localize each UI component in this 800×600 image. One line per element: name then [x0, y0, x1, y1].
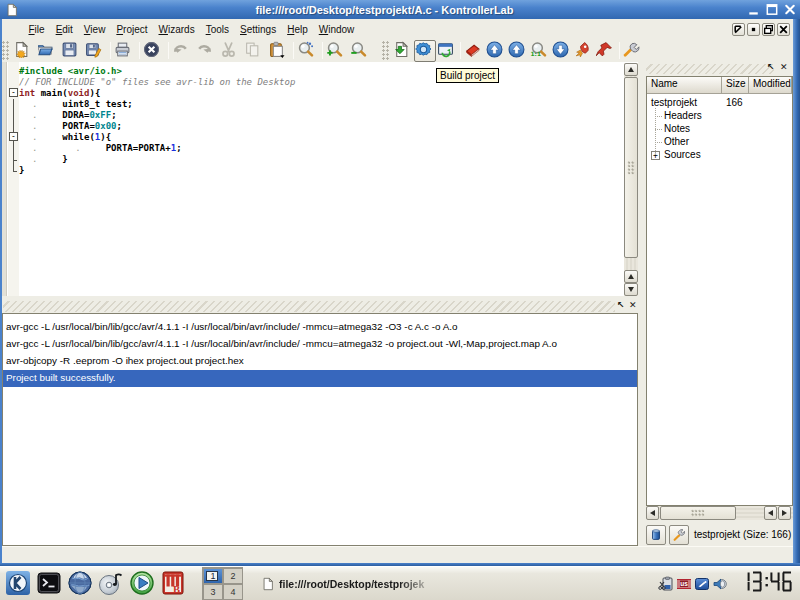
editor-vscroll-thumb[interactable]	[624, 77, 638, 258]
taskbar-window-button[interactable]: file:///root/Desktop/testprojek	[261, 577, 451, 591]
compiler-output-list[interactable]: avr-gcc -L /usr/local/bin/lib/gcc/avr/4.…	[2, 313, 638, 546]
tree-column-size[interactable]: Size	[722, 77, 749, 93]
save-button[interactable]	[60, 40, 84, 62]
memory-button[interactable]	[646, 525, 666, 545]
close-button[interactable]	[782, 2, 798, 17]
scroll-down-button[interactable]	[624, 283, 638, 296]
download-button[interactable]	[551, 40, 573, 62]
snapshot-tray-icon[interactable]	[694, 576, 710, 592]
globe-launcher[interactable]	[67, 570, 95, 598]
build-button[interactable]	[414, 40, 436, 62]
print-button[interactable]	[113, 40, 137, 62]
taskbar: B 1234 file:///root/Desktop/testprojek u…	[0, 566, 800, 600]
upload-button[interactable]	[485, 40, 507, 62]
pin-icon	[596, 41, 616, 61]
undo-button[interactable]	[171, 40, 195, 62]
redo-button[interactable]	[195, 40, 219, 62]
cut-icon	[220, 41, 242, 61]
output-dock-header[interactable]	[3, 301, 615, 312]
upload-all-button[interactable]	[507, 40, 529, 62]
verify-button[interactable]: 1:1	[529, 40, 551, 62]
project-dock-close-icon[interactable]: ✕	[780, 63, 788, 72]
maximize-button[interactable]	[764, 2, 780, 17]
tree-scroll-left-button-2[interactable]	[764, 506, 777, 520]
fold-marker-collapse[interactable]: -	[9, 132, 18, 141]
pager-desktop-1[interactable]: 1	[203, 568, 223, 584]
keyboard-us-tray-icon[interactable]: us	[676, 576, 692, 592]
menu-file[interactable]: File	[25, 22, 49, 37]
project-dock-header[interactable]	[646, 64, 774, 74]
tree-scroll-left-button[interactable]	[646, 506, 659, 520]
save-as-button[interactable]	[84, 40, 108, 62]
fold-marker-collapse[interactable]: -	[9, 88, 18, 97]
output-dock-close-icon[interactable]: ✕	[629, 301, 637, 310]
tree-scroll-right-button[interactable]	[778, 506, 791, 520]
media-play-launcher[interactable]	[129, 570, 157, 598]
output-dock-undock-icon[interactable]: ↖	[617, 301, 625, 310]
tree-item-other[interactable]: Other	[664, 136, 689, 147]
menu-view[interactable]: View	[80, 22, 110, 37]
menu-wizards[interactable]: Wizards	[155, 22, 199, 37]
paste-button[interactable]	[267, 40, 291, 62]
erase-button[interactable]	[463, 40, 485, 62]
kontrollerlab-launcher[interactable]: B	[160, 570, 188, 598]
toolbar-handle[interactable]	[2, 41, 10, 60]
scroll-up-button-2[interactable]	[624, 270, 638, 283]
ignite-button[interactable]	[573, 40, 595, 62]
cd-player-launcher[interactable]	[98, 570, 126, 598]
taskbar-clock[interactable]	[740, 570, 792, 598]
project-dock-undock-icon[interactable]: ↖	[767, 63, 775, 72]
project-settings-button[interactable]	[669, 525, 689, 545]
pager-desktop-3[interactable]: 3	[203, 584, 223, 600]
scroll-up-button[interactable]	[624, 63, 638, 76]
menu-tools[interactable]: Tools	[202, 22, 233, 37]
zoom-in-button[interactable]	[325, 40, 349, 62]
tree-item-headers[interactable]: Headers	[664, 110, 702, 121]
code-text[interactable]: #include <avr/io.h>// FOR INCLUDE "o" fi…	[19, 66, 295, 176]
speaker-tray-icon[interactable]	[712, 576, 728, 592]
konsole-launcher[interactable]	[36, 570, 64, 598]
minimize-button[interactable]	[746, 2, 762, 17]
menu-window[interactable]: Window	[315, 22, 359, 37]
output-line-selected[interactable]: Project built successfully.	[3, 370, 637, 387]
tree-column-modified[interactable]: Modified	[749, 77, 792, 93]
rebuild-button[interactable]	[436, 40, 458, 62]
menu-edit[interactable]: Edit	[52, 22, 77, 37]
output-line[interactable]: avr-gcc -L /usr/local/bin/lib/gcc/avr/4.…	[3, 336, 637, 353]
mdi-minimize-dot-button[interactable]	[747, 23, 760, 36]
tree-hscroll-thumb[interactable]	[660, 506, 736, 520]
menu-project[interactable]: Project	[112, 22, 151, 37]
mdi-undock-button[interactable]	[732, 23, 745, 36]
zoom-out-button[interactable]	[349, 40, 373, 62]
editor-folding-column[interactable]	[8, 62, 19, 296]
tree-item-sources[interactable]: Sources	[664, 149, 701, 160]
desktop-pager[interactable]: 1234	[202, 567, 243, 600]
cut-button[interactable]	[219, 40, 243, 62]
tree-item-testprojekt[interactable]: testprojekt	[651, 97, 697, 108]
kmenu-launcher[interactable]	[5, 570, 33, 598]
new-file-button[interactable]	[12, 40, 36, 62]
output-line[interactable]: avr-gcc -L /usr/local/bin/lib/gcc/avr/4.…	[3, 319, 637, 336]
compile-button[interactable]	[392, 40, 414, 62]
stop-button[interactable]	[142, 40, 166, 62]
project-tree[interactable]: NameSizeModified testprojekt166HeadersNo…	[646, 76, 793, 506]
menu-help[interactable]: Help	[283, 22, 312, 37]
pin-button[interactable]	[595, 40, 617, 62]
mdi-restore-button[interactable]	[762, 23, 775, 36]
pager-desktop-4[interactable]: 4	[223, 584, 243, 600]
titlebar[interactable]: file:///root/Desktop/testprojekt/A.c - K…	[0, 0, 800, 19]
menu-settings[interactable]: Settings	[236, 22, 280, 37]
mdi-close-x-button[interactable]	[777, 23, 790, 36]
configure-button[interactable]	[622, 40, 644, 62]
toolbar-handle-2[interactable]	[382, 41, 390, 60]
output-line[interactable]: avr-objcopy -R .eeprom -O ihex project.o…	[3, 353, 637, 370]
open-folder-button[interactable]	[36, 40, 60, 62]
klipper-tray-icon[interactable]	[658, 576, 674, 592]
copy-button[interactable]	[243, 40, 267, 62]
pager-desktop-2[interactable]: 2	[223, 568, 243, 584]
tree-column-name[interactable]: Name	[647, 77, 722, 93]
configure-icon	[623, 41, 643, 61]
tree-item-notes[interactable]: Notes	[664, 123, 690, 134]
code-editor[interactable]: #include <avr/io.h>// FOR INCLUDE "o" fi…	[2, 62, 638, 296]
find-button[interactable]	[296, 40, 320, 62]
